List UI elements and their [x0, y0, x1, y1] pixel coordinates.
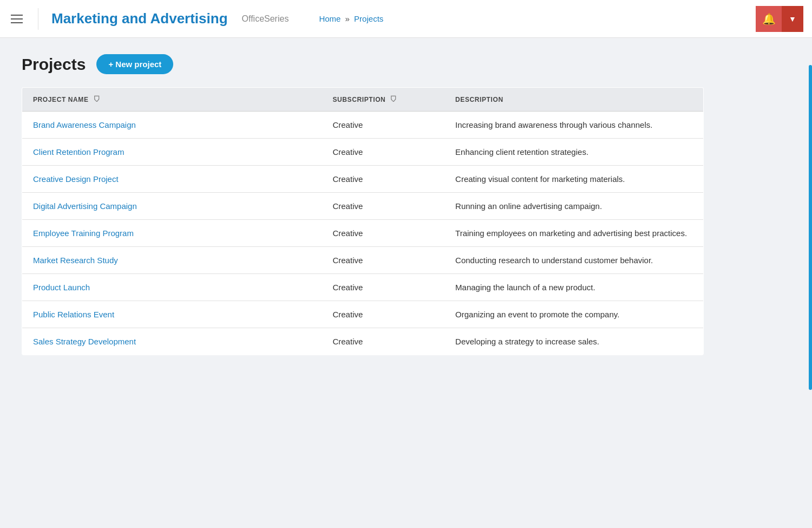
project-link[interactable]: Employee Training Program [33, 229, 134, 238]
scrollbar-accent [809, 65, 812, 390]
cell-project-name: Brand Awareness Campaign [22, 112, 322, 139]
cell-subscription: Creative [322, 166, 444, 193]
table-row: Client Retention ProgramCreativeEnhancin… [22, 139, 704, 166]
cell-project-name: Product Launch [22, 274, 322, 301]
project-link[interactable]: Creative Design Project [33, 174, 119, 184]
header-left: Marketing and Advertising OfficeSeries H… [9, 8, 383, 30]
header-right: 🔔 ▼ [756, 6, 803, 32]
page-title: Projects [22, 55, 86, 74]
filter-icon-name[interactable]: ⛉ [93, 95, 101, 103]
table-row: Employee Training ProgramCreativeTrainin… [22, 220, 704, 247]
cell-project-name: Market Research Study [22, 247, 322, 274]
breadcrumb-home[interactable]: Home [319, 14, 340, 23]
table-header-row: PROJECT NAME ⛉ SUBSCRIPTION ⛉ DESCRIPTIO… [22, 88, 704, 112]
cell-subscription: Creative [322, 112, 444, 139]
cell-description: Conducting research to understand custom… [444, 247, 703, 274]
header-divider [38, 8, 38, 30]
table-row: Creative Design ProjectCreativeCreating … [22, 166, 704, 193]
cell-description: Enhancing client retention strategies. [444, 139, 703, 166]
chevron-down-icon: ▼ [789, 15, 796, 23]
cell-description: Increasing brand awareness through vario… [444, 112, 703, 139]
cell-description: Training employees on marketing and adve… [444, 220, 703, 247]
page-header-row: Projects + New project [22, 54, 704, 74]
cell-project-name: Digital Advertising Campaign [22, 193, 322, 220]
project-link[interactable]: Sales Strategy Development [33, 337, 136, 346]
project-link[interactable]: Brand Awareness Campaign [33, 120, 136, 129]
filter-icon-subscription[interactable]: ⛉ [390, 95, 397, 103]
project-link[interactable]: Product Launch [33, 283, 90, 292]
projects-table: PROJECT NAME ⛉ SUBSCRIPTION ⛉ DESCRIPTIO… [22, 87, 704, 355]
cell-subscription: Creative [322, 301, 444, 328]
cell-description: Organizing an event to promote the compa… [444, 301, 703, 328]
table-row: Product LaunchCreativeManaging the launc… [22, 274, 704, 301]
cell-project-name: Public Relations Event [22, 301, 322, 328]
table-row: Market Research StudyCreativeConducting … [22, 247, 704, 274]
header-dropdown-button[interactable]: ▼ [782, 6, 803, 32]
cell-project-name: Sales Strategy Development [22, 328, 322, 355]
project-link[interactable]: Digital Advertising Campaign [33, 201, 137, 211]
app-title: Marketing and Advertising [51, 10, 228, 27]
table-body: Brand Awareness CampaignCreativeIncreasi… [22, 112, 704, 355]
table-row: Sales Strategy DevelopmentCreativeDevelo… [22, 328, 704, 355]
cell-subscription: Creative [322, 274, 444, 301]
cell-project-name: Employee Training Program [22, 220, 322, 247]
table-row: Digital Advertising CampaignCreativeRunn… [22, 193, 704, 220]
new-project-button[interactable]: + New project [96, 54, 173, 74]
cell-description: Creating visual content for marketing ma… [444, 166, 703, 193]
cell-subscription: Creative [322, 328, 444, 355]
column-header-name: PROJECT NAME ⛉ [22, 88, 322, 112]
cell-description: Managing the launch of a new product. [444, 274, 703, 301]
cell-project-name: Creative Design Project [22, 166, 322, 193]
project-link[interactable]: Client Retention Program [33, 147, 124, 157]
breadcrumb-current: Projects [354, 14, 383, 23]
project-link[interactable]: Market Research Study [33, 256, 118, 265]
cell-description: Running an online advertising campaign. [444, 193, 703, 220]
cell-subscription: Creative [322, 220, 444, 247]
header: Marketing and Advertising OfficeSeries H… [0, 0, 812, 38]
app-subtitle: OfficeSeries [242, 14, 289, 24]
breadcrumb: Home » Projects [319, 14, 383, 23]
bell-button[interactable]: 🔔 [756, 6, 782, 32]
hamburger-menu-icon[interactable] [9, 12, 25, 25]
cell-project-name: Client Retention Program [22, 139, 322, 166]
project-link[interactable]: Public Relations Event [33, 310, 114, 319]
cell-description: Developing a strategy to increase sales. [444, 328, 703, 355]
bell-icon: 🔔 [762, 12, 776, 25]
column-header-subscription: SUBSCRIPTION ⛉ [322, 88, 444, 112]
cell-subscription: Creative [322, 247, 444, 274]
cell-subscription: Creative [322, 193, 444, 220]
cell-subscription: Creative [322, 139, 444, 166]
column-header-description: DESCRIPTION [444, 88, 703, 112]
table-row: Brand Awareness CampaignCreativeIncreasi… [22, 112, 704, 139]
table-row: Public Relations EventCreativeOrganizing… [22, 301, 704, 328]
breadcrumb-separator: » [345, 14, 350, 23]
table-header: PROJECT NAME ⛉ SUBSCRIPTION ⛉ DESCRIPTIO… [22, 88, 704, 112]
main-content: Projects + New project PROJECT NAME ⛉ SU… [0, 38, 725, 371]
